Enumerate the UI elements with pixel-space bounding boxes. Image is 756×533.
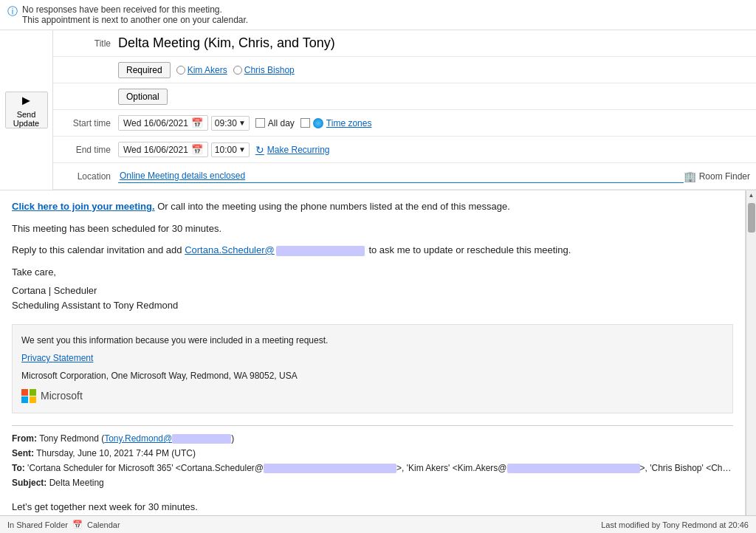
subject-value: Delta Meeting <box>49 478 104 488</box>
status-bar: In Shared Folder 📅 Calendar Last modifie… <box>0 515 756 533</box>
to-value1: 'Cortana Scheduler for Microsoft 365' <C… <box>27 463 264 473</box>
to-row: To: 'Cortana Scheduler for Microsoft 365… <box>12 461 733 475</box>
radio-chris <box>233 66 242 75</box>
email-body: Click here to join your meeting. Or call… <box>0 190 746 515</box>
calendar-icon-status: 📅 <box>72 520 83 529</box>
location-row: Location 🏢 Room Finder <box>53 163 756 190</box>
fields-col: Title Delta Meeting (Kim, Chris, and Ton… <box>53 30 756 190</box>
make-recurring-text: Make Recurring <box>267 145 330 155</box>
end-date-input[interactable]: Wed 16/06/2021 📅 <box>118 142 208 157</box>
subject-label: Subject: <box>12 478 47 488</box>
to-label: To: <box>12 463 25 473</box>
join-link[interactable]: Click here to join your meeting. <box>12 201 155 212</box>
email-body-area: Click here to join your meeting. Or call… <box>0 190 756 515</box>
calendar-icon-end: 📅 <box>191 144 203 155</box>
kim-email[interactable] <box>507 463 640 473</box>
send-col: ► Send Update <box>0 30 53 190</box>
time-zones-label[interactable]: Time zones <box>300 118 372 128</box>
calendar-text: Calendar <box>87 520 120 529</box>
cortana-email-blurred <box>276 246 365 256</box>
from-row: From: Tony Redmond (Tony.Redmond@) <box>12 432 733 445</box>
body-bottom-text: Let’s get together next week for 30 minu… <box>12 500 733 515</box>
reply-prefix: Reply to this calendar invitation and ad… <box>12 244 185 255</box>
all-day-text: All day <box>268 118 295 128</box>
radio-kim <box>176 66 185 75</box>
time-zones-checkbox[interactable] <box>300 118 310 128</box>
notification-bar: ⓘ No responses have been received for th… <box>0 0 756 30</box>
privacy-address: Microsoft Corporation, One Microsoft Way… <box>21 369 724 382</box>
start-date-input[interactable]: Wed 16/06/2021 📅 <box>118 115 208 131</box>
privacy-link[interactable]: Privacy Statement <box>21 353 93 363</box>
microsoft-label: Microsoft <box>41 388 83 404</box>
scheduled-text: This meeting has been scheduled for 30 m… <box>12 221 733 236</box>
reply-text: Reply to this calendar invitation and ad… <box>12 243 733 258</box>
microsoft-logo: Microsoft <box>21 388 724 404</box>
sent-row: Sent: Thursday, June 10, 2021 7:44 PM (U… <box>12 447 733 460</box>
dropdown-arrow-end: ▼ <box>238 145 246 154</box>
room-finder-label: Room Finder <box>699 171 750 182</box>
scroll-up-arrow[interactable]: ▲ <box>747 190 756 200</box>
end-date-value: Wed 16/06/2021 <box>123 145 188 155</box>
ms-sq-red <box>21 389 28 396</box>
subject-row: Subject: Delta Meeting <box>12 476 733 489</box>
cortana-to-blurred <box>264 464 396 473</box>
info-icon: ⓘ <box>7 5 18 18</box>
send-update-label: Send Update <box>13 110 39 128</box>
take-care: Take care, <box>12 265 733 280</box>
scrollbar[interactable]: ▲ <box>746 190 756 515</box>
notification-line2: This appointment is next to another one … <box>22 15 248 25</box>
scroll-thumb[interactable] <box>748 203 755 233</box>
room-finder-button[interactable]: 🏢 Room Finder <box>684 171 750 182</box>
time-zones-link[interactable]: Time zones <box>326 118 372 128</box>
start-time-value: 09:30 <box>215 118 237 128</box>
end-time-select[interactable]: 10:00 ▼ <box>211 142 250 157</box>
attendee-kim[interactable]: Kim Akers <box>176 65 227 75</box>
dropdown-arrow-start: ▼ <box>238 119 246 127</box>
divider <box>12 425 733 426</box>
from-email-blurred <box>172 434 231 444</box>
from-name: Tony Redmond <box>39 433 99 444</box>
ms-sq-blue <box>21 396 28 403</box>
cortana-email-link[interactable]: Cortana.Scheduler@ <box>185 244 366 255</box>
sent-label: Sent: <box>12 448 34 458</box>
end-time-row: End time Wed 16/06/2021 📅 10:00 ▼ ↻ Make… <box>53 137 756 163</box>
start-time-row: Start time Wed 16/06/2021 📅 09:30 ▼ All … <box>53 110 756 137</box>
email-meta: From: Tony Redmond (Tony.Redmond@) Sent:… <box>12 432 733 489</box>
from-email-link[interactable]: Tony.Redmond@ <box>104 433 231 444</box>
signature-line2: Scheduling Assistant to Tony Redmond <box>12 298 733 313</box>
send-update-button[interactable]: ► Send Update <box>5 92 48 128</box>
sent-value: Thursday, June 10, 2021 7:44 PM (UTC) <box>36 448 196 458</box>
kim-email-blurred <box>507 464 640 473</box>
ms-sq-yellow <box>30 396 36 403</box>
status-left: In Shared Folder 📅 Calendar <box>7 520 120 529</box>
make-recurring-link[interactable]: ↻ Make Recurring <box>255 144 330 156</box>
from-label: From: <box>12 433 37 444</box>
required-row: Required Kim Akers Chris Bishop <box>53 57 756 83</box>
title-value: Delta Meeting (Kim, Chris, and Tony) <box>118 35 750 51</box>
optional-row: Optional <box>53 83 756 110</box>
start-time-select[interactable]: 09:30 ▼ <box>211 116 250 131</box>
ms-sq-green <box>30 389 36 396</box>
reply-suffix: to ask me to update or reschedule this m… <box>368 244 571 255</box>
notification-line1: No responses have been received for this… <box>22 4 248 15</box>
join-suffix: Or call into the meeting using the phone… <box>157 201 510 212</box>
all-day-label[interactable]: All day <box>255 118 295 128</box>
location-input[interactable] <box>118 169 684 183</box>
calendar-icon-start: 📅 <box>191 117 203 128</box>
start-time-label: Start time <box>59 118 118 128</box>
start-date-value: Wed 16/06/2021 <box>123 118 188 128</box>
required-button[interactable]: Required <box>118 62 171 78</box>
top-area: ► Send Update Title Delta Meeting (Kim, … <box>0 30 756 190</box>
attendee-list: Kim Akers Chris Bishop <box>176 65 750 75</box>
send-icon: ► <box>20 93 33 109</box>
privacy-box-text: We sent you this information because you… <box>21 334 724 347</box>
room-finder-icon: 🏢 <box>684 171 696 182</box>
end-time-value: 10:00 <box>215 145 237 155</box>
privacy-box: We sent you this information because you… <box>12 324 733 413</box>
all-day-checkbox[interactable] <box>255 118 265 128</box>
attendee-chris[interactable]: Chris Bishop <box>233 65 295 75</box>
signature-line1: Cortana | Scheduler <box>12 283 733 298</box>
shared-folder-text: In Shared Folder <box>7 520 68 529</box>
optional-button[interactable]: Optional <box>118 89 168 105</box>
ms-squares <box>21 389 36 404</box>
